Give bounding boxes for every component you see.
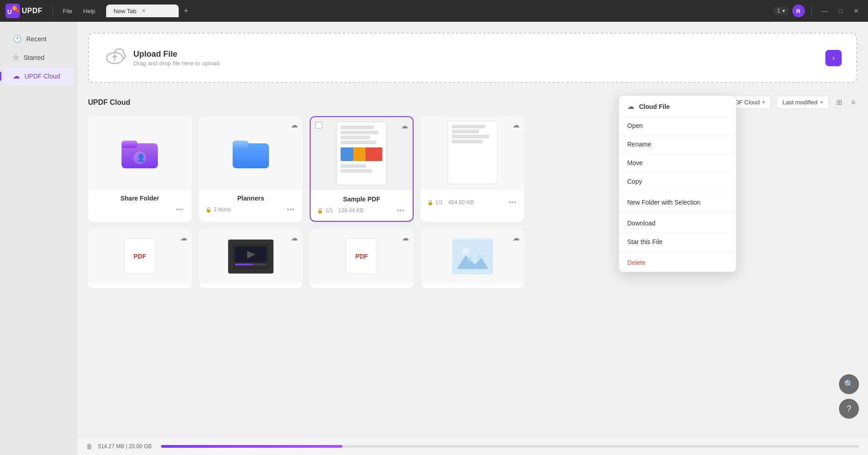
storage-fill bbox=[161, 445, 342, 448]
cloud-sync-icon2: ☁ bbox=[401, 122, 408, 130]
file-card-row2-pdf1[interactable]: ☁ PDF bbox=[88, 229, 192, 288]
sidebar-label-recent: Recent bbox=[26, 35, 46, 43]
thumb-row2-image: ☁ ❄ ❄ bbox=[421, 229, 525, 284]
file-card-pdf4[interactable]: ☁ 🔒 1/1 464.60 KB bbox=[421, 116, 525, 222]
file-name-share-folder: Share Folder bbox=[94, 195, 185, 202]
right-side-buttons: 🔍 ? bbox=[839, 374, 859, 419]
minimize-btn[interactable]: — bbox=[818, 5, 832, 16]
thumb-row2-video: ☁ bbox=[199, 229, 303, 284]
context-menu-item-move[interactable]: Move bbox=[619, 154, 736, 172]
help-circle-btn[interactable]: ? bbox=[839, 399, 859, 419]
folder-purple-icon: 👤 bbox=[119, 134, 160, 171]
svg-point-3 bbox=[15, 9, 19, 13]
more-btn-planners[interactable]: ••• bbox=[285, 205, 296, 215]
file-thumb-share-folder: 👤 bbox=[88, 116, 192, 189]
svg-text:❄: ❄ bbox=[477, 254, 483, 261]
more-btn-sample-pdf[interactable]: ••• bbox=[395, 205, 406, 215]
video-thumb bbox=[228, 240, 273, 274]
user-avatar[interactable]: R bbox=[792, 5, 805, 17]
file-card-row2-pdf2[interactable]: ☁ PDF bbox=[310, 229, 414, 288]
context-menu-item-new-folder[interactable]: New Folder with Selection bbox=[619, 193, 736, 212]
titlebar-right: 1 ▾ R — □ ✕ bbox=[774, 5, 863, 17]
context-menu: ☁ Cloud File Open Rename Move Copy New F… bbox=[619, 95, 736, 272]
context-menu-header: ☁ Cloud File bbox=[619, 96, 736, 117]
upload-cloud-icon bbox=[103, 44, 126, 71]
context-menu-item-copy[interactable]: Copy bbox=[619, 172, 736, 191]
file-info-share-folder: Share Folder ••• bbox=[88, 189, 192, 220]
file-info-planners: Planners 🔒 3 items ••• bbox=[199, 189, 303, 220]
file-checkbox-sample-pdf[interactable] bbox=[315, 122, 322, 129]
context-menu-item-open[interactable]: Open bbox=[619, 117, 736, 135]
list-view-btn[interactable]: ≡ bbox=[849, 97, 857, 108]
context-menu-item-star[interactable]: Star this File bbox=[619, 233, 736, 251]
grid-view-btn[interactable]: ⊞ bbox=[834, 96, 844, 108]
window-count-badge[interactable]: 1 ▾ bbox=[774, 7, 789, 15]
upload-title: Upload File bbox=[133, 49, 219, 59]
lock-icon3: 🔒 bbox=[427, 200, 434, 205]
file-card-share-folder[interactable]: 👤 Share Folder ••• bbox=[88, 116, 192, 222]
star-icon: ☆ bbox=[13, 53, 19, 62]
more-btn-pdf4[interactable]: ••• bbox=[507, 197, 518, 207]
maximize-btn[interactable]: □ bbox=[835, 5, 846, 16]
sidebar-label-cloud: UPDF Cloud bbox=[24, 73, 60, 80]
close-btn[interactable]: ✕ bbox=[850, 5, 863, 16]
file-meta-planners: 🔒 3 items ••• bbox=[205, 205, 297, 215]
svg-point-17 bbox=[462, 247, 469, 254]
file-card-row2-video[interactable]: ☁ bbox=[199, 229, 303, 288]
logo-text: UPDF bbox=[22, 7, 43, 15]
file-menu[interactable]: File bbox=[59, 6, 76, 16]
file-meta-sample-pdf: 🔒 1/1 139.44 KB ••• bbox=[317, 205, 406, 215]
context-menu-item-download[interactable]: Download bbox=[619, 214, 736, 233]
sidebar-item-starred[interactable]: ☆ Starred bbox=[4, 49, 73, 66]
trash-icon: 🗑 bbox=[86, 443, 93, 450]
add-tab-btn[interactable]: + bbox=[180, 5, 191, 16]
cloud-section-header: UPDF Cloud UPDF Cloud ▾ Last modified ▾ … bbox=[88, 96, 857, 109]
context-menu-sep1 bbox=[619, 192, 736, 192]
new-tab[interactable]: New Tab ✕ bbox=[106, 5, 179, 17]
video-preview-svg bbox=[233, 244, 269, 269]
file-grid-row2: ☁ PDF ☁ bbox=[88, 229, 857, 288]
file-card-sample-pdf[interactable]: ☁ Sample PDF bbox=[310, 116, 414, 222]
file-meta-share-folder: ••• bbox=[94, 205, 185, 215]
context-menu-item-delete[interactable]: Delete bbox=[619, 254, 736, 272]
folder-blue-icon bbox=[230, 134, 271, 171]
file-name-planners: Planners bbox=[205, 195, 297, 202]
svg-text:U: U bbox=[7, 8, 12, 15]
context-menu-item-rename[interactable]: Rename bbox=[619, 135, 736, 154]
cloud-icon-r2-2: ☁ bbox=[291, 234, 298, 242]
file-info-sample-pdf: Sample PDF 🔒 1/1 139.44 KB ••• bbox=[311, 190, 413, 221]
sidebar: 🕐 Recent ☆ Starred ☁ UPDF Cloud bbox=[0, 22, 77, 455]
file-grid: 👤 Share Folder ••• ☁ bbox=[88, 116, 857, 222]
thumb-row2-pdf2: ☁ PDF bbox=[310, 229, 414, 284]
app-logo: U UPDF bbox=[5, 4, 43, 18]
context-menu-title: Cloud File bbox=[639, 103, 670, 110]
context-menu-sep3 bbox=[619, 252, 736, 253]
file-card-planners[interactable]: ☁ bbox=[199, 116, 303, 222]
svg-rect-15 bbox=[235, 264, 253, 265]
sidebar-item-updf-cloud[interactable]: ☁ UPDF Cloud bbox=[4, 67, 73, 85]
chevron-down-icon: ▾ bbox=[782, 8, 785, 14]
cloud-icon-r2-1: ☁ bbox=[180, 234, 187, 242]
pdf-thumb-r2-1: PDF bbox=[124, 238, 156, 274]
sort-dropdown[interactable]: Last modified ▾ bbox=[776, 96, 829, 109]
pdf4-preview bbox=[448, 121, 497, 184]
bottom-bar: 🗑 514.27 MB | 20.00 GB bbox=[77, 437, 868, 455]
sidebar-item-recent[interactable]: 🕐 Recent bbox=[4, 30, 73, 48]
tabs-area: New Tab ✕ + bbox=[106, 5, 770, 17]
more-btn-share-folder[interactable]: ••• bbox=[174, 205, 185, 215]
cloud-upload-svg bbox=[103, 44, 126, 67]
storage-text: 514.27 MB | 20.00 GB bbox=[98, 443, 152, 450]
tab-close-btn[interactable]: ✕ bbox=[140, 7, 147, 15]
file-thumb-sample-pdf: ☁ bbox=[311, 117, 413, 190]
upload-arrow-btn[interactable]: › bbox=[825, 50, 842, 66]
recent-icon: 🕐 bbox=[13, 34, 22, 43]
file-card-row2-image[interactable]: ☁ ❄ ❄ bbox=[421, 229, 525, 288]
upload-area: Upload File Drag and drop file here to u… bbox=[88, 33, 857, 83]
app-body: 🕐 Recent ☆ Starred ☁ UPDF Cloud bbox=[0, 22, 868, 455]
search-circle-btn[interactable]: 🔍 bbox=[839, 374, 859, 394]
image-preview-svg: ❄ ❄ bbox=[452, 240, 493, 274]
cloud-sync-icon3: ☁ bbox=[512, 121, 520, 129]
help-menu[interactable]: Help bbox=[80, 6, 99, 16]
titlebar: U UPDF File Help New Tab ✕ + 1 ▾ R — □ ✕ bbox=[0, 0, 868, 22]
file-meta-pdf4: 🔒 1/1 464.60 KB ••• bbox=[427, 197, 518, 207]
